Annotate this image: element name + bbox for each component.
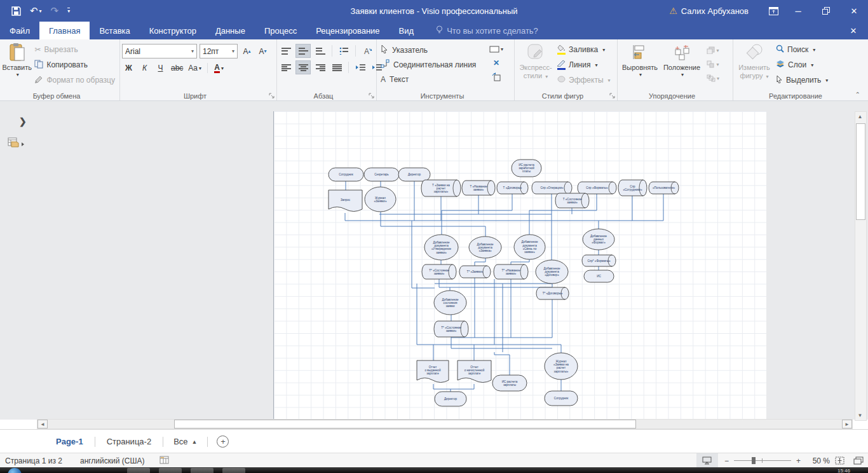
windows-taskbar[interactable]: 15:46 xyxy=(0,467,868,473)
page-tab-2[interactable]: Страница-2 xyxy=(95,437,163,446)
save-icon[interactable] xyxy=(11,6,21,16)
shape-styles-dialog-launcher[interactable] xyxy=(609,93,615,99)
diagram-shape-blob[interactable]: Добавлениесостояниязаявки xyxy=(434,291,466,315)
diagram-shape-cylinder[interactable]: Т «Названиезаявки» xyxy=(462,181,495,195)
page-indicator[interactable]: Страница 1 из 2 xyxy=(5,456,62,465)
diagram-shape-terminator[interactable]: Директор xyxy=(435,392,466,406)
taskbar-app-4[interactable] xyxy=(222,468,245,473)
bold-button[interactable]: Ж xyxy=(122,62,135,74)
diagram-shape-cylinder[interactable]: Т* «Названиезаявки» xyxy=(494,264,528,279)
user-name[interactable]: Салих Арбуханов xyxy=(681,6,749,16)
vertical-scroll-thumb[interactable] xyxy=(856,123,865,220)
fit-page-button[interactable] xyxy=(830,453,849,468)
font-color-button[interactable]: А▾ xyxy=(212,62,226,74)
tab-review[interactable]: Рецензирование xyxy=(306,22,389,39)
connector-tool-button[interactable]: Соединительная линия xyxy=(379,57,485,72)
find-button[interactable]: Поиск▾ xyxy=(773,43,831,57)
start-button[interactable] xyxy=(8,468,22,473)
shrink-font-button[interactable]: A▾ xyxy=(256,45,269,58)
scroll-up-arrow[interactable]: ▲ xyxy=(855,112,865,121)
diagram-shape-blob[interactable]: Добавлениедокумента«Заявка» xyxy=(469,236,501,258)
drawing-canvas[interactable]: ❯ СотрудникСекретарьДиректорИС расчетаза… xyxy=(0,101,868,420)
pointer-tool-button[interactable]: Указатель xyxy=(379,43,485,57)
diagram-shape-cylinder[interactable]: Т* «Состояниезаявки» xyxy=(434,321,468,337)
scroll-left-arrow[interactable]: ◄ xyxy=(37,420,48,428)
redo-button[interactable]: ↷ xyxy=(51,5,59,17)
tab-file[interactable]: Файл xyxy=(0,22,39,39)
customize-qat-button[interactable]: ▾ xyxy=(67,8,70,14)
bullets-button[interactable] xyxy=(337,45,351,57)
text-tool-button[interactable]: А Текст xyxy=(379,72,485,86)
horizontal-scrollbar[interactable]: ◄ ► xyxy=(37,419,853,429)
ribbon-display-options-button[interactable] xyxy=(763,0,784,22)
diagram-shape-cylinder[interactable]: Т «Заявки нарасчетзарплаты» xyxy=(421,180,461,196)
select-button[interactable]: Выделить▾ xyxy=(773,73,831,87)
italic-button[interactable]: К xyxy=(138,62,151,74)
connector-line[interactable] xyxy=(475,258,485,266)
diagram-shape-blob[interactable]: Добавлениедокумента«Связь позаявке» xyxy=(514,235,545,259)
rectangle-tool-button[interactable]: ▾ xyxy=(485,43,507,55)
font-size-select[interactable]: 12пт▾ xyxy=(200,44,238,58)
align-left-button[interactable] xyxy=(279,61,293,74)
scroll-right-arrow[interactable]: ► xyxy=(842,420,852,428)
position-button[interactable]: Положение ▾ xyxy=(660,41,703,78)
group-shapes-button[interactable]: ▾ xyxy=(703,72,722,85)
strikethrough-button[interactable]: abc xyxy=(170,62,184,74)
connector-line[interactable] xyxy=(511,259,529,264)
grow-font-button[interactable]: A▴ xyxy=(240,45,254,58)
paste-button[interactable]: Вставить ▾ xyxy=(2,41,32,78)
zoom-in-button[interactable]: + xyxy=(796,456,801,465)
close-document-button[interactable]: ✕ xyxy=(839,22,868,39)
diagram-shape-terminator[interactable]: ИС расчетазарплаты xyxy=(492,375,527,391)
rotate-text-button[interactable]: A xyxy=(360,45,374,57)
align-right-button[interactable] xyxy=(313,61,327,74)
zoom-level[interactable]: 50 % xyxy=(807,456,830,465)
tab-insert[interactable]: Вставка xyxy=(90,22,139,39)
diagram-shape-cylinder[interactable]: Спр* «Форматы» xyxy=(582,255,616,266)
quick-styles-button[interactable]: Экспресс- стили ▾ xyxy=(517,41,555,79)
connector-line[interactable] xyxy=(433,384,474,389)
align-center-button[interactable] xyxy=(295,60,311,74)
connector-line[interactable] xyxy=(379,194,552,214)
diagram-shape-blob[interactable]: Журнал«Заявки» xyxy=(365,187,396,212)
diagram-shape-terminator[interactable]: Секретарь xyxy=(364,168,399,181)
tell-me-search[interactable]: Что вы хотите сделать? xyxy=(430,22,545,39)
change-case-button[interactable]: Aa▾ xyxy=(187,62,203,74)
diagram-shape-cylinder[interactable]: Т* «Договоры» xyxy=(536,287,569,299)
diagram-shape-document[interactable]: Запрос xyxy=(329,190,362,212)
paste-dropdown[interactable]: ▾ xyxy=(17,72,19,78)
scroll-down-arrow[interactable]: ▼ xyxy=(855,411,865,420)
all-pages-button[interactable]: Все ▲ xyxy=(163,437,207,446)
stencil-panel-icon[interactable] xyxy=(8,137,24,150)
macro-status-icon[interactable] xyxy=(159,456,169,466)
diagram-shape-cylinder[interactable]: Т* «Заявки» xyxy=(459,266,491,278)
free-transform-icon[interactable] xyxy=(485,71,507,83)
align-bottom-button[interactable] xyxy=(313,45,327,57)
line-button[interactable]: Линия▾ xyxy=(555,58,613,72)
diagram-shape-document[interactable]: Отчето начисленнойзарплате xyxy=(458,360,491,383)
restore-button[interactable] xyxy=(812,0,840,22)
undo-button[interactable]: ↶▾ xyxy=(30,5,42,17)
diagram-shape-cylinder[interactable]: Спр «Операции» xyxy=(532,182,572,194)
tab-data[interactable]: Данные xyxy=(206,22,255,39)
tab-design[interactable]: Конструктор xyxy=(140,22,206,39)
vertical-scrollbar[interactable]: ▲ ▼ xyxy=(855,111,867,421)
diagram-shape-cylinder[interactable]: Спр«Сотрудники» xyxy=(618,180,647,196)
diagram-shape-cylinder[interactable]: Т «Состояниезаявки» xyxy=(555,193,589,208)
connection-point-x-icon[interactable]: ✕ xyxy=(485,57,507,69)
taskbar-app-2[interactable] xyxy=(159,468,182,473)
font-dialog-launcher[interactable] xyxy=(269,93,275,99)
copy-button[interactable]: Копировать xyxy=(32,58,118,72)
effects-button[interactable]: Эффекты▾ xyxy=(555,73,613,87)
tab-view[interactable]: Вид xyxy=(390,22,424,39)
diagram-shape-blob[interactable]: Добавлениедокумента«Договор» xyxy=(536,260,568,284)
tab-home[interactable]: Главная xyxy=(39,22,90,39)
diagram-shape-cylinder[interactable]: Т «Договоры» xyxy=(497,182,528,194)
zoom-out-button[interactable]: − xyxy=(724,456,729,465)
zoom-slider-thumb[interactable] xyxy=(752,457,756,464)
layers-button[interactable]: Слои▾ xyxy=(773,58,831,72)
send-backward-button[interactable]: ▾ xyxy=(703,58,722,71)
tab-process[interactable]: Процесс xyxy=(255,22,306,39)
minimize-button[interactable]: ─ xyxy=(784,0,812,22)
diagram-shape-blob[interactable]: Журнал«Заявки нарасчетзарплаты» xyxy=(545,353,578,380)
